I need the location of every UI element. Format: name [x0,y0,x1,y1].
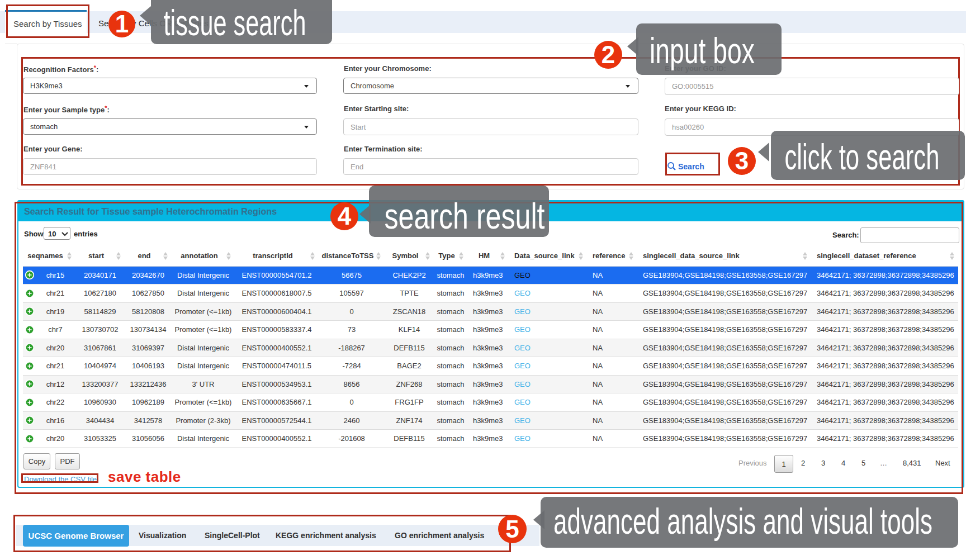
svg-text:input box: input box [650,31,755,71]
svg-text:advanced analysis and visual t: advanced analysis and visual tools [553,501,932,542]
svg-text:click to search: click to search [785,137,940,177]
svg-text:search result: search result [385,196,545,236]
svg-text:tissue search: tissue search [164,3,306,43]
